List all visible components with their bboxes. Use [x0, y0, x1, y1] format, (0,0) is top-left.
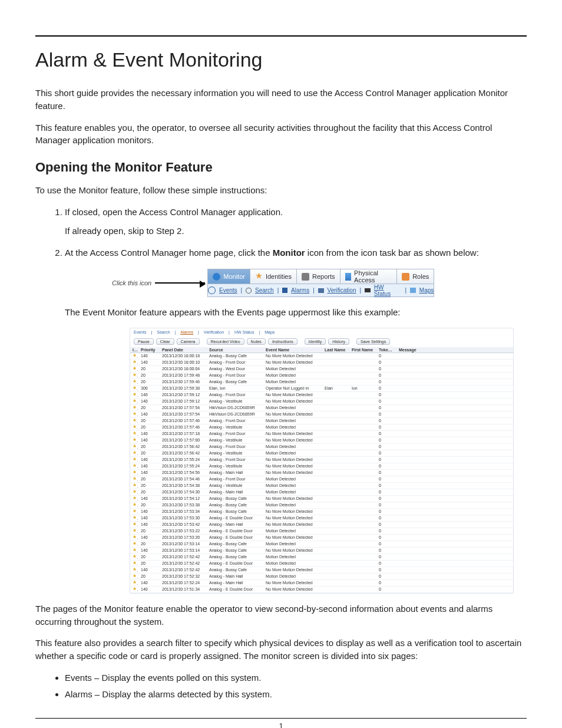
table-row[interactable]: 3002013/12/30 17:59:38Elan, IonOperator … [130, 385, 513, 391]
subnav-hw-status[interactable]: HW Status [374, 284, 402, 297]
table-row[interactable]: 1402013/12/30 17:57:00Analog - Vestibule… [130, 437, 513, 443]
table-row[interactable]: 202013/12/30 17:54:30Analog - Main HallM… [130, 489, 513, 495]
table-row[interactable]: 1402013/12/30 17:53:20Analog - E Double … [130, 534, 513, 541]
events-button-clear[interactable]: Clear [156, 338, 174, 345]
table-row[interactable]: 1402013/12/30 17:54:12Analog - Bossy Caf… [130, 495, 513, 502]
subnav-events[interactable]: Events [219, 287, 237, 294]
table-row[interactable]: 202013/12/30 17:53:14Analog - Bossy Cafe… [130, 541, 513, 547]
table-row[interactable]: 1402013/12/30 17:53:30Analog - E Double … [130, 515, 513, 521]
table-row[interactable]: 202013/12/30 17:57:54HikVision DS-2CD685… [130, 404, 513, 411]
table-row[interactable]: 1402013/12/30 17:57:18Analog - Front Doo… [130, 430, 513, 437]
cell [349, 579, 376, 586]
table-row[interactable]: 202013/12/30 17:54:38Analog - VestibuleM… [130, 482, 513, 489]
events-button-instructions[interactable]: Instructions [268, 338, 297, 345]
subnav-maps[interactable]: Maps [419, 287, 434, 294]
cell [396, 554, 513, 560]
subnav-alarms[interactable]: Alarms [291, 287, 309, 294]
table-row[interactable]: 202013/12/30 17:54:46Analog - Front Door… [130, 476, 513, 482]
cell: 140 [138, 586, 160, 592]
events-button-pause[interactable]: Pause [134, 338, 154, 345]
cell: No More Motion Detected [263, 437, 322, 443]
table-row[interactable]: 1402013/12/30 17:55:24Analog - Front Doo… [130, 456, 513, 463]
cell: Analog - Vestibule [207, 450, 263, 456]
table-row[interactable]: 202013/12/30 17:52:42Analog - Bossy Cafe… [130, 554, 513, 560]
cell: No More Motion Detected [263, 353, 322, 359]
cell: 2013/12/30 17:53:20 [160, 534, 207, 541]
table-row[interactable]: 1402013/12/30 17:53:34Analog - Bossy Caf… [130, 508, 513, 515]
events-col-token-no[interactable]: Token No [376, 347, 396, 353]
cell: 2013/12/30 18:00:04 [160, 365, 207, 372]
table-row[interactable]: 202013/12/30 18:00:04Analog - West DoorM… [130, 365, 513, 372]
toolbar-tab-physical-access[interactable]: Physical Access [340, 269, 398, 284]
cell [322, 469, 349, 476]
table-row[interactable]: 1402013/12/30 18:00:18Analog - Bossy Caf… [130, 353, 513, 359]
reports-icon [302, 273, 309, 281]
events-button-identity[interactable]: Identity [305, 338, 326, 345]
cell [396, 404, 513, 411]
star-icon [133, 457, 137, 462]
table-row[interactable]: 202013/12/30 17:57:46Analog - VestibuleM… [130, 424, 513, 430]
toolbar-tab-reports[interactable]: Reports [297, 269, 340, 284]
table-row[interactable]: 1402013/12/30 18:00:10Analog - Front Doo… [130, 359, 513, 365]
toolbar-tab-monitor[interactable]: Monitor [208, 269, 250, 284]
table-row[interactable]: 1402013/12/30 17:52:24Analog - Main Hall… [130, 579, 513, 586]
events-col-panel-date[interactable]: Panel Date [160, 347, 207, 353]
table-row[interactable]: 202013/12/30 17:53:38Analog - Bossy Cafe… [130, 502, 513, 508]
events-button-history[interactable]: History [328, 338, 349, 345]
subnav-search[interactable]: Search [255, 287, 274, 294]
table-row[interactable]: 1402013/12/30 17:53:14Analog - Bossy Caf… [130, 547, 513, 554]
table-row[interactable]: 1402013/12/30 17:59:12Analog - Vestibule… [130, 398, 513, 404]
events-col-icons[interactable]: Icons [130, 347, 138, 353]
cell: 0 [376, 560, 396, 566]
table-row[interactable]: 202013/12/30 17:56:42Analog - VestibuleM… [130, 450, 513, 456]
events-col-event-name[interactable]: Event Name [263, 347, 322, 353]
table-row[interactable]: 1402013/12/30 17:53:42Analog - Main Hall… [130, 521, 513, 528]
events-button-recorded-video[interactable]: Recorded Video [207, 338, 244, 345]
events-col-last-name[interactable]: Last Name [322, 347, 349, 353]
events-button-save-settings[interactable]: Save Settings [356, 338, 390, 345]
table-row[interactable]: 202013/12/30 17:52:32Analog - Main HallM… [130, 573, 513, 579]
cell [130, 398, 138, 404]
table-row[interactable]: 1402013/12/30 17:52:42Analog - Bossy Caf… [130, 566, 513, 573]
events-subnav-verification[interactable]: Verification [204, 330, 224, 334]
cell: Analog - Main Hall [207, 489, 263, 495]
cell [396, 456, 513, 463]
events-subnav-search[interactable]: Search [157, 330, 170, 334]
events-subnav-hw-status[interactable]: HW Status [234, 330, 254, 334]
events-subnav-maps[interactable]: Maps [265, 330, 275, 334]
table-row[interactable]: 1402013/12/30 17:54:56Analog - Main Hall… [130, 469, 513, 476]
events-subnav-alarms[interactable]: Alarms [180, 330, 193, 334]
events-col-first-name[interactable]: First Name [349, 347, 376, 353]
star-icon [133, 503, 137, 507]
events-subnav-events[interactable]: Events [134, 330, 146, 334]
table-row[interactable]: 1402013/12/30 17:57:54HikVision DS-2CD68… [130, 411, 513, 417]
toolbar-tab-identities[interactable]: Identities [250, 269, 297, 284]
table-row[interactable]: 202013/12/30 17:59:48Analog - Front Door… [130, 372, 513, 378]
star-icon [133, 399, 137, 403]
cell: Analog - West Door [207, 365, 263, 372]
cell: Motion Detected [263, 554, 322, 560]
closing-paragraph-1: The pages of the Monitor feature enable … [35, 602, 527, 628]
toolbar-tab-roles[interactable]: Roles [397, 269, 434, 284]
table-row[interactable]: 202013/12/30 17:59:46Analog - Bossy Cafe… [130, 378, 513, 385]
step2-part-c: icon from the icon task bar as shown bel… [305, 248, 479, 258]
events-col-priority[interactable]: Priority [138, 347, 160, 353]
table-row[interactable]: 1402013/12/30 17:59:12Analog - Front Doo… [130, 391, 513, 398]
table-row[interactable]: 202013/12/30 17:57:46Analog - Front Door… [130, 417, 513, 424]
table-row[interactable]: 1402013/12/30 17:55:24Analog - Vestibule… [130, 463, 513, 469]
events-button-camera[interactable]: Camera [177, 338, 200, 345]
cell: Motion Detected [263, 502, 322, 508]
events-col-message[interactable]: Message [396, 347, 513, 353]
table-row[interactable]: 202013/12/30 17:53:22Analog - E Double D… [130, 528, 513, 534]
table-row[interactable]: 202013/12/30 17:56:42Analog - Front Door… [130, 443, 513, 450]
events-col-source[interactable]: Source [207, 347, 263, 353]
cell [322, 554, 349, 560]
table-row[interactable]: 202013/12/30 17:52:42Analog - E Double D… [130, 560, 513, 566]
cell: 0 [376, 489, 396, 495]
table-row[interactable]: 1402013/12/30 17:51:34Analog - E Double … [130, 586, 513, 592]
subnav-verification[interactable]: Verification [328, 287, 356, 294]
cell: Motion Detected [263, 482, 322, 489]
events-button-notes[interactable]: Notes [247, 338, 266, 345]
cell: Motion Detected [263, 528, 322, 534]
cell [349, 411, 376, 417]
